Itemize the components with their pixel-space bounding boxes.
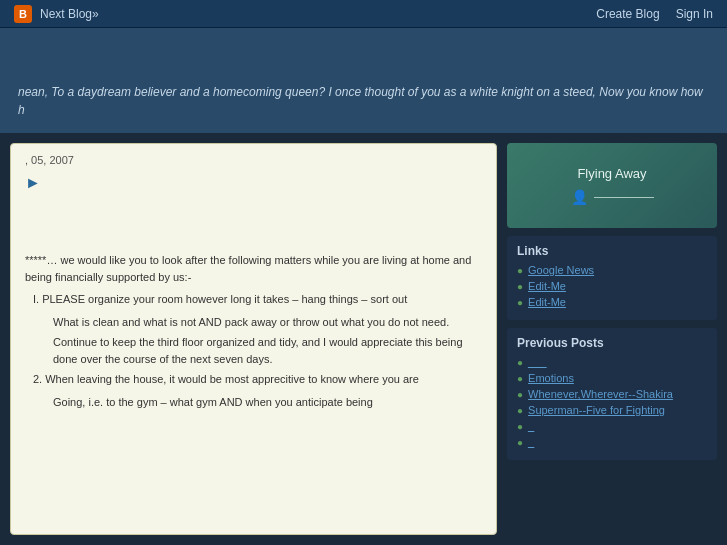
profile-avatar-row: 👤: [571, 189, 654, 205]
prev-post-item-0: ● ___: [517, 356, 707, 368]
prev-post-link-0[interactable]: ___: [528, 356, 546, 368]
edit-me-link-1[interactable]: Edit-Me: [528, 280, 566, 292]
prev-post-link-5[interactable]: _: [528, 436, 534, 448]
link-item-2: ● Edit-Me: [517, 296, 707, 308]
prev-bullet-5: ●: [517, 437, 523, 448]
post-column: , 05, 2007 ► *****… we would like you to…: [10, 143, 497, 535]
links-section: Links ● Google News ● Edit-Me ● Edit-Me: [507, 236, 717, 320]
bullet-icon-2: ●: [517, 297, 523, 308]
sidebar: Flying Away 👤 Links ● Google News ● Edit…: [507, 143, 717, 535]
list-item-1-sub1: What is clean and what is not AND pack a…: [53, 314, 482, 331]
links-section-title: Links: [517, 244, 707, 258]
profile-box: Flying Away 👤: [507, 143, 717, 228]
post-date: , 05, 2007: [25, 154, 482, 166]
list-item-1: I. PLEASE organize your room however lon…: [33, 291, 482, 308]
previous-posts-section: Previous Posts ● ___ ● Emotions ● Whenev…: [507, 328, 717, 460]
next-blog-link[interactable]: Next Blog»: [40, 7, 99, 21]
banner: nean, To a daydream believer and a homec…: [0, 28, 727, 133]
link-item-1: ● Edit-Me: [517, 280, 707, 292]
main-area: , 05, 2007 ► *****… we would like you to…: [0, 133, 727, 545]
prev-bullet-2: ●: [517, 389, 523, 400]
post-list: I. PLEASE organize your room however lon…: [33, 291, 482, 410]
banner-text: nean, To a daydream believer and a homec…: [18, 83, 709, 119]
sign-in-link[interactable]: Sign In: [676, 7, 713, 21]
link-item-0: ● Google News: [517, 264, 707, 276]
prev-post-link-3[interactable]: Superman--Five for Fighting: [528, 404, 665, 416]
prev-post-link-1[interactable]: Emotions: [528, 372, 574, 384]
create-blog-link[interactable]: Create Blog: [596, 7, 659, 21]
list-item-2-sub1: Going, i.e. to the gym – what gym AND wh…: [53, 394, 482, 411]
person-icon: 👤: [571, 189, 588, 205]
profile-blog-name: Flying Away: [577, 166, 646, 181]
bullet-icon-0: ●: [517, 265, 523, 276]
prev-post-item-5: ● _: [517, 436, 707, 448]
top-navbar: B Next Blog» Create Blog Sign In: [0, 0, 727, 28]
prev-bullet-4: ●: [517, 421, 523, 432]
topbar-left: B Next Blog»: [14, 5, 99, 23]
previous-posts-title: Previous Posts: [517, 336, 707, 350]
bullet-icon-1: ●: [517, 281, 523, 292]
prev-post-item-1: ● Emotions: [517, 372, 707, 384]
post-intro: *****… we would like you to look after t…: [25, 252, 482, 285]
blogger-logo-letter: B: [19, 8, 27, 20]
edit-me-link-2[interactable]: Edit-Me: [528, 296, 566, 308]
prev-post-item-2: ● Whenever,Wherever--Shakira: [517, 388, 707, 400]
prev-bullet-0: ●: [517, 357, 523, 368]
prev-post-item-4: ● _: [517, 420, 707, 432]
list-item-2: 2. When leaving the house, it would be m…: [33, 371, 482, 388]
prev-bullet-1: ●: [517, 373, 523, 384]
prev-post-link-2[interactable]: Whenever,Wherever--Shakira: [528, 388, 673, 400]
list-item-1-sub2: Continue to keep the third floor organiz…: [53, 334, 482, 367]
profile-underline: [594, 197, 654, 198]
prev-post-item-3: ● Superman--Five for Fighting: [517, 404, 707, 416]
google-news-link[interactable]: Google News: [528, 264, 594, 276]
post-body: *****… we would like you to look after t…: [25, 252, 482, 410]
post-arrow-icon: ►: [25, 174, 482, 192]
topbar-right: Create Blog Sign In: [596, 7, 713, 21]
prev-bullet-3: ●: [517, 405, 523, 416]
blogger-icon: B: [14, 5, 32, 23]
prev-post-link-4[interactable]: _: [528, 420, 534, 432]
